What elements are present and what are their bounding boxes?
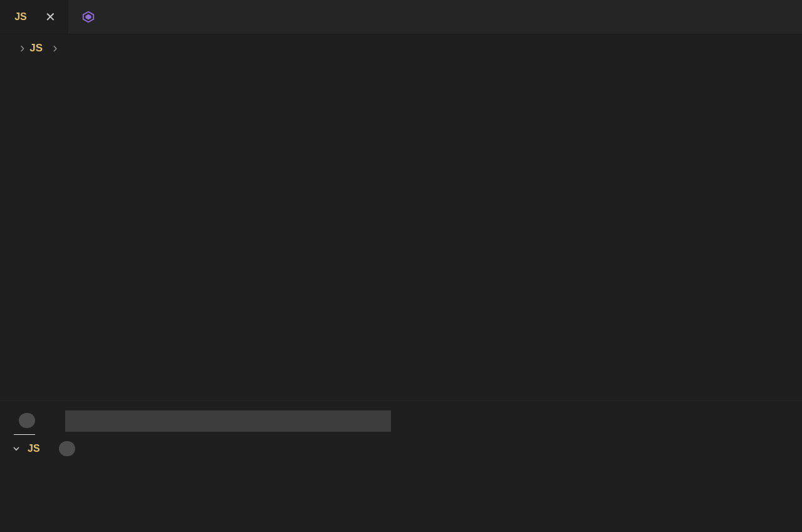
js-file-icon: JS xyxy=(28,443,40,454)
problems-file-row[interactable]: JS xyxy=(11,441,794,456)
chevron-right-icon: › xyxy=(53,40,57,56)
line-number-gutter xyxy=(0,62,55,400)
code-editor[interactable] xyxy=(0,62,802,400)
editor-tabs: JS ✕ xyxy=(0,0,802,34)
js-file-icon: JS xyxy=(29,42,43,55)
problems-filter-input[interactable] xyxy=(65,410,391,432)
problems-tab[interactable] xyxy=(14,408,35,435)
chevron-right-icon: › xyxy=(20,40,24,56)
svg-marker-1 xyxy=(85,14,91,19)
chevron-down-icon[interactable] xyxy=(11,444,21,454)
code-content[interactable] xyxy=(55,62,802,400)
problems-list: JS xyxy=(0,435,802,532)
bottom-panel: JS xyxy=(0,400,802,532)
file-problems-count xyxy=(59,441,75,456)
panel-header xyxy=(0,401,802,435)
js-file-icon: JS xyxy=(13,9,29,25)
breadcrumb[interactable]: › JS › xyxy=(0,34,802,62)
eslint-file-icon xyxy=(81,10,95,24)
tab-index-js[interactable]: JS ✕ xyxy=(0,0,69,34)
close-icon[interactable]: ✕ xyxy=(45,9,56,24)
tab-eslintrc-js[interactable] xyxy=(69,0,115,34)
problems-count-badge xyxy=(19,413,35,428)
